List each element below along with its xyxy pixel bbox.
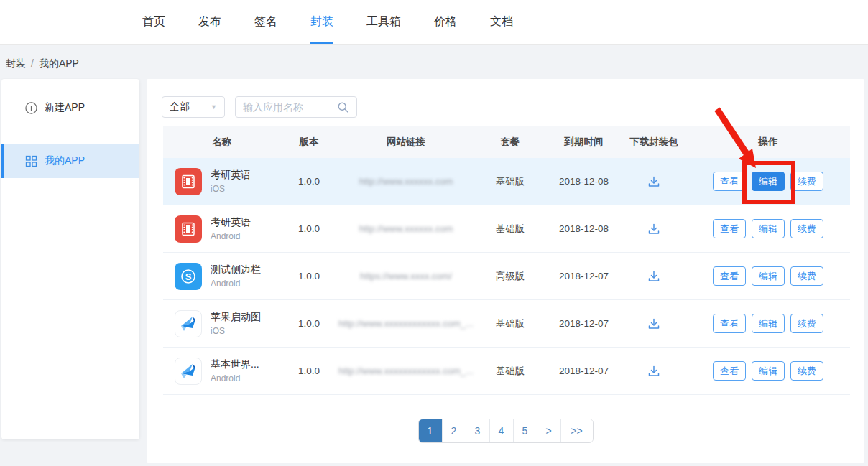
app-name: 基本世界... [211, 358, 259, 371]
expiry-date: 2018-12-08 [546, 223, 622, 234]
expiry-date: 2018-12-08 [546, 176, 622, 187]
app-platform: iOS [211, 184, 251, 194]
app-version: 1.0.0 [280, 318, 338, 329]
edit-button[interactable]: 编辑 [752, 314, 785, 333]
filter-dropdown[interactable]: 全部 ▼ [162, 96, 225, 118]
view-button[interactable]: 查看 [713, 172, 746, 191]
app-table: 名称 版本 网站链接 套餐 到期时间 下载封装包 操作 考研英语iOS 1.0.… [163, 126, 850, 395]
view-button[interactable]: 查看 [713, 219, 746, 238]
download-icon[interactable] [647, 317, 660, 330]
view-button[interactable]: 查看 [713, 314, 746, 333]
col-header-download: 下载封装包 [622, 136, 686, 149]
film-icon [175, 215, 202, 243]
sidebar-item-my-app[interactable]: 我的APP [1, 144, 139, 178]
search-box [235, 96, 357, 118]
renew-button[interactable]: 续费 [790, 172, 823, 191]
nav-item-price[interactable]: 价格 [434, 0, 457, 44]
plan-badge: 基础版 [474, 317, 546, 330]
plan-badge: 基础版 [474, 365, 546, 378]
download-icon[interactable] [647, 270, 660, 283]
nav-item-toolbox[interactable]: 工具箱 [366, 0, 401, 44]
renew-button[interactable]: 续费 [790, 314, 823, 333]
expiry-date: 2018-12-07 [546, 271, 622, 281]
filter-row: 全部 ▼ [162, 96, 357, 118]
edit-button[interactable]: 编辑 [752, 266, 785, 286]
breadcrumb-current: 我的APP [39, 57, 79, 69]
paper-bird-icon [175, 358, 202, 385]
nav-item-home[interactable]: 首页 [142, 0, 165, 44]
table-header-row: 名称 版本 网站链接 套餐 到期时间 下载封装包 操作 [163, 126, 850, 158]
app-name: 测试侧边栏 [211, 264, 261, 276]
expiry-date: 2018-12-07 [546, 318, 622, 329]
expiry-date: 2018-12-07 [546, 365, 622, 376]
s-logo-icon: S [175, 263, 202, 290]
table-row: 考研英语Android 1.0.0 http://www.xxxxxx.com … [163, 205, 850, 253]
breadcrumb: 封装/我的APP [6, 57, 79, 70]
main-content: 全部 ▼ 名称 版本 网站链接 套餐 到期时间 下载封装包 操作 [147, 79, 864, 463]
page-button-2[interactable]: 2 [443, 419, 466, 442]
app-name: 苹果启动图 [211, 311, 261, 324]
app-name: 考研英语 [211, 169, 251, 182]
sidebar-item-label: 我的APP [45, 154, 85, 167]
download-icon[interactable] [647, 223, 660, 236]
masked-link: http://www.xxxxxx.com [359, 176, 453, 187]
sidebar-item-new-app[interactable]: 新建APP [1, 90, 139, 125]
col-header-name: 名称 [163, 136, 280, 149]
pagination: 1 2 3 4 5 > >> [418, 419, 594, 443]
masked-link: http://www.xxxxxx.com [359, 223, 453, 234]
plan-badge: 高级版 [474, 270, 546, 283]
table-row: 苹果启动图iOS 1.0.0 http://www.xxxxxxxxxxxx.c… [163, 300, 850, 348]
nav-item-package[interactable]: 封装 [310, 0, 333, 44]
table-row: S 测试侧边栏Android 1.0.0 https://www.xxxx.co… [163, 253, 850, 300]
download-icon[interactable] [647, 175, 660, 188]
page-button-5[interactable]: 5 [514, 419, 537, 442]
page-button-3[interactable]: 3 [466, 419, 490, 442]
filter-dropdown-value: 全部 [170, 101, 190, 113]
app-platform: Android [211, 231, 251, 241]
masked-link: https://www.xxxx.com/ [360, 271, 452, 281]
app-version: 1.0.0 [280, 271, 338, 281]
next-page-button[interactable]: > [537, 419, 561, 442]
masked-link: http://www.xxxxxxxxxxxx.com_... [338, 365, 474, 376]
page-button-4[interactable]: 4 [490, 419, 514, 442]
search-input[interactable] [243, 101, 337, 113]
last-page-button[interactable]: >> [561, 419, 593, 442]
view-button[interactable]: 查看 [713, 266, 746, 286]
table-row: 基本世界...Android 1.0.0 http://www.xxxxxxxx… [163, 348, 850, 395]
plan-badge: 基础版 [474, 223, 546, 236]
col-header-actions: 操作 [686, 136, 850, 149]
app-version: 1.0.0 [280, 223, 338, 234]
chevron-down-icon: ▼ [211, 103, 217, 111]
sidebar: 新建APP 我的APP [1, 79, 139, 439]
renew-button[interactable]: 续费 [790, 219, 823, 238]
app-platform: iOS [211, 326, 261, 336]
breadcrumb-separator: / [31, 57, 34, 69]
sidebar-item-label: 新建APP [45, 101, 85, 114]
edit-button[interactable]: 编辑 [752, 172, 785, 191]
renew-button[interactable]: 续费 [790, 361, 823, 381]
search-icon[interactable] [337, 101, 349, 113]
col-header-expiry: 到期时间 [546, 136, 622, 149]
edit-button[interactable]: 编辑 [752, 219, 785, 238]
col-header-link: 网站链接 [338, 136, 474, 149]
app-name: 考研英语 [211, 216, 251, 229]
nav-item-publish[interactable]: 发布 [198, 0, 221, 44]
edit-button[interactable]: 编辑 [752, 361, 785, 381]
app-platform: Android [211, 373, 259, 383]
app-platform: Android [211, 279, 261, 289]
svg-text:S: S [185, 271, 192, 281]
download-icon[interactable] [647, 365, 660, 378]
renew-button[interactable]: 续费 [790, 266, 823, 286]
nav-item-sign[interactable]: 签名 [254, 0, 277, 44]
paper-bird-icon [175, 310, 202, 337]
view-button[interactable]: 查看 [713, 361, 746, 381]
table-row: 考研英语iOS 1.0.0 http://www.xxxxxx.com 基础版 … [163, 158, 850, 205]
col-header-plan: 套餐 [474, 136, 546, 149]
breadcrumb-section[interactable]: 封装 [6, 57, 26, 69]
plus-circle-icon [24, 101, 37, 114]
grid-icon [24, 154, 37, 167]
masked-link: http://www.xxxxxxxxxxxx.com_... [338, 318, 474, 329]
nav-item-docs[interactable]: 文档 [490, 0, 513, 44]
plan-badge: 基础版 [474, 175, 546, 188]
page-button-1[interactable]: 1 [419, 419, 443, 442]
